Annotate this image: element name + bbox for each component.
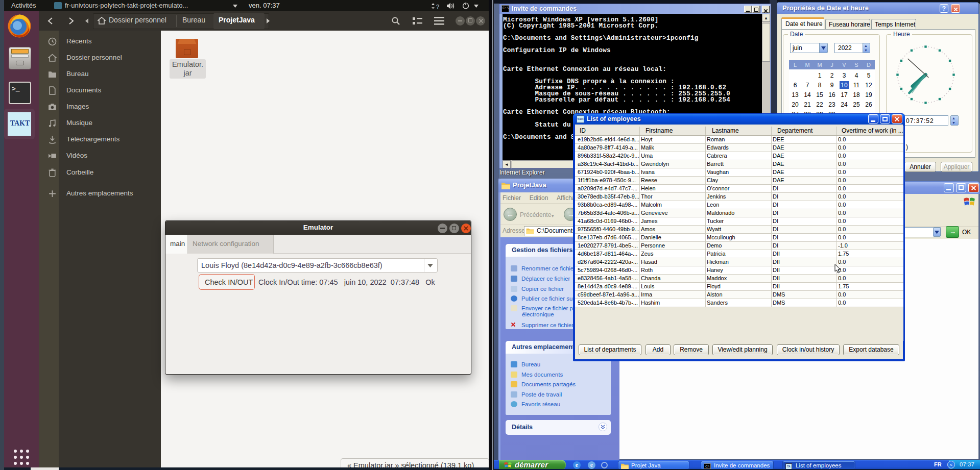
svg-text:?: ? [436, 4, 439, 9]
